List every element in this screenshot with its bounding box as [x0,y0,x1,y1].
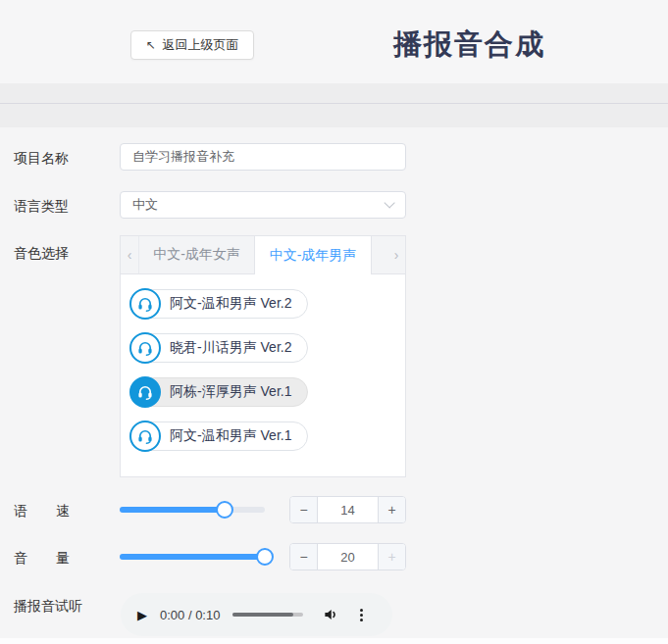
voice-option[interactable]: 晓君-川话男声 Ver.2 [129,333,308,363]
project-name-label: 项目名称 [14,150,69,168]
volume-stepper: − 20 + [289,543,406,570]
language-select-value: 中文 [132,196,158,214]
voice-option-label: 阿文-温和男声 Ver.1 [170,427,291,445]
page-header: ↖ 返回上级页面 播报音合成 [0,0,668,83]
kebab-menu-icon[interactable] [356,605,367,625]
headset-icon [129,332,161,364]
tab-next-arrow[interactable]: › [387,236,405,273]
audio-player: ▶ 0:00 / 0:10 [121,593,392,636]
project-name-value: 自学习播报音补充 [132,148,234,166]
volume-decrease-button[interactable]: − [290,544,318,570]
voice-option-selected[interactable]: 阿栋-浑厚男声 Ver.1 [129,377,308,407]
language-type-label: 语言类型 [14,198,69,216]
voice-option-label: 阿文-温和男声 Ver.2 [170,295,291,313]
voice-tabbar: ‹ 中文-成年女声 中文-成年男声 › [121,236,405,274]
voice-option-label: 阿栋-浑厚男声 Ver.1 [170,383,291,401]
back-button-label: 返回上级页面 [163,36,239,54]
voice-option[interactable]: 阿文-温和男声 Ver.1 [129,421,308,451]
speed-label: 语 速 [14,503,70,520]
voice-option-label: 晓君-川话男声 Ver.2 [170,339,291,357]
volume-slider-knob[interactable] [256,548,274,566]
language-select[interactable]: 中文 [120,191,406,219]
footer-strip [0,638,668,644]
volume-slider[interactable] [120,554,265,560]
page-title: 播报音合成 [393,25,545,65]
project-name-input[interactable]: 自学习播报音补充 [120,143,406,171]
speed-value[interactable]: 14 [318,497,378,522]
header-divider-band [0,83,668,127]
volume-slider-fill [120,554,265,560]
speed-stepper: − 14 + [289,496,406,523]
chevron-down-icon [384,197,394,208]
volume-label: 音 量 [14,550,70,568]
voice-select-label: 音色选择 [14,245,69,263]
volume-increase-button[interactable]: + [378,544,405,570]
preview-label: 播报音试听 [14,598,82,616]
headset-icon [129,421,161,452]
speed-decrease-button[interactable]: − [290,497,318,522]
tab-spacer [372,236,387,273]
speed-slider[interactable] [120,507,265,513]
play-icon[interactable]: ▶ [137,608,147,622]
back-button[interactable]: ↖ 返回上级页面 [130,30,254,60]
voice-option[interactable]: 阿文-温和男声 Ver.2 [129,289,308,319]
tab-female-voice[interactable]: 中文-成年女声 [138,236,254,273]
voice-card: ‹ 中文-成年女声 中文-成年男声 › 阿文-温和男声 Ver.2 晓君-川话男… [120,235,406,477]
speed-slider-fill [120,507,225,513]
speed-increase-button[interactable]: + [378,497,405,522]
audio-time: 0:00 / 0:10 [160,608,220,622]
voice-pill-list: 阿文-温和男声 Ver.2 晓君-川话男声 Ver.2 阿栋-浑厚男声 Ver.… [121,274,405,466]
headset-icon [129,288,161,320]
speaker-icon[interactable] [322,606,339,623]
divider-line [0,103,668,104]
headset-icon [129,376,161,408]
speed-slider-knob[interactable] [216,501,233,519]
back-arrow-icon: ↖ [145,38,155,52]
tab-prev-arrow[interactable]: ‹ [121,236,138,273]
audio-progress-fill [232,613,292,617]
audio-progress-bar[interactable] [232,613,303,617]
tab-male-voice[interactable]: 中文-成年男声 [254,236,372,274]
volume-value[interactable]: 20 [318,544,378,570]
